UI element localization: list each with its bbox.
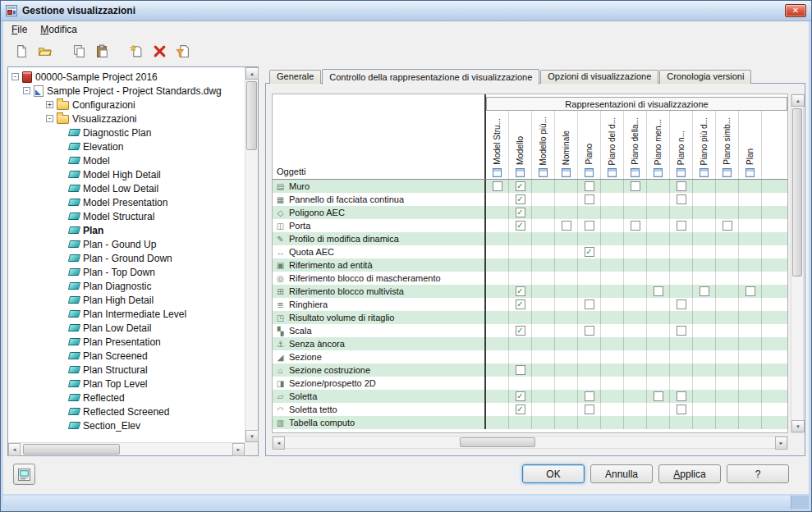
- scroll-down-arrow[interactable]: [791, 420, 805, 432]
- representation-cell[interactable]: [509, 193, 532, 206]
- representation-cell[interactable]: [601, 245, 624, 258]
- representation-cell[interactable]: [532, 245, 555, 258]
- tree-item-plan-presentation[interactable]: Plan Presentation: [8, 335, 245, 349]
- apply-button[interactable]: Applica: [658, 464, 721, 483]
- representation-cell[interactable]: [670, 206, 693, 219]
- tab-cronologia-versioni[interactable]: Cronologia versioni: [659, 70, 751, 84]
- copy-button[interactable]: [69, 41, 89, 61]
- representation-cell[interactable]: [601, 324, 624, 337]
- representation-cell[interactable]: [647, 403, 670, 416]
- representation-cell[interactable]: [716, 324, 739, 337]
- representation-cell[interactable]: [509, 206, 532, 219]
- representation-cell[interactable]: [486, 324, 509, 337]
- representation-cell[interactable]: [486, 206, 509, 219]
- representation-cell[interactable]: [555, 416, 578, 429]
- menu-modifica[interactable]: Modifica: [34, 22, 84, 37]
- representation-cell[interactable]: [601, 363, 624, 377]
- tree-item-plan-intermediate-level[interactable]: Plan Intermediate Level: [8, 307, 245, 321]
- tree-horizontal-scrollbar[interactable]: [8, 442, 245, 455]
- representation-cell[interactable]: [601, 180, 624, 193]
- representation-cell[interactable]: [624, 219, 647, 232]
- representation-cell[interactable]: [716, 403, 739, 416]
- representation-cell[interactable]: [670, 311, 693, 324]
- representation-cell[interactable]: [578, 350, 601, 363]
- representation-cell[interactable]: [509, 258, 532, 272]
- table-row-riferimento-blocco-di-mascheramento[interactable]: ◎Riferimento blocco di mascheramento: [273, 272, 787, 285]
- representation-cell[interactable]: [555, 377, 578, 390]
- representation-cell[interactable]: [670, 272, 693, 285]
- representation-cell[interactable]: [739, 258, 762, 272]
- table-row-quota-aec[interactable]: ↔Quota AEC: [273, 245, 787, 258]
- representation-cell[interactable]: [601, 193, 624, 206]
- expander[interactable]: -: [11, 73, 19, 80]
- representation-cell[interactable]: [647, 311, 670, 324]
- title-bar[interactable]: Gestione visualizzazioni ✕: [1, 1, 811, 21]
- display-checkbox[interactable]: [654, 286, 663, 296]
- display-checkbox[interactable]: [585, 405, 594, 414]
- representation-cell[interactable]: [601, 258, 624, 272]
- representation-cell[interactable]: [509, 311, 532, 324]
- tree-item-model[interactable]: Model: [8, 153, 245, 167]
- representation-cell[interactable]: [509, 298, 532, 311]
- tree-item-plan[interactable]: Plan: [8, 223, 245, 237]
- representation-cell[interactable]: [555, 363, 578, 377]
- display-checkbox[interactable]: [516, 208, 525, 217]
- table-row-soletta[interactable]: ▱Soletta: [273, 390, 787, 403]
- display-checkbox[interactable]: [516, 181, 525, 191]
- table-row-riferimento-blocco-multivista[interactable]: ⊞Riferimento blocco multivista: [273, 285, 787, 298]
- representation-cell[interactable]: [716, 232, 739, 245]
- representation-cell[interactable]: [647, 377, 670, 390]
- representation-cell[interactable]: [578, 245, 601, 258]
- representation-cell[interactable]: [532, 377, 555, 390]
- representation-cell[interactable]: [601, 416, 624, 429]
- representation-cell[interactable]: [693, 232, 716, 245]
- representation-cell[interactable]: [555, 206, 578, 219]
- representation-cell[interactable]: [716, 285, 739, 298]
- representation-cell[interactable]: [601, 232, 624, 245]
- representation-cell[interactable]: [555, 350, 578, 363]
- representation-cell[interactable]: [555, 193, 578, 206]
- display-checkbox[interactable]: [516, 221, 525, 231]
- display-checkbox[interactable]: [677, 221, 686, 231]
- scroll-down-arrow[interactable]: [245, 430, 259, 442]
- representation-cell[interactable]: [693, 206, 716, 219]
- representation-cell[interactable]: [624, 180, 647, 193]
- expander[interactable]: -: [46, 115, 53, 122]
- paste-button[interactable]: [92, 41, 112, 61]
- representation-cell[interactable]: [578, 363, 601, 377]
- representation-cell[interactable]: [693, 180, 716, 193]
- tree-item-model-low-detail[interactable]: Model Low Detail: [8, 181, 245, 195]
- representation-cell[interactable]: [624, 377, 647, 390]
- representation-cell[interactable]: [624, 272, 647, 285]
- representation-cell[interactable]: [647, 232, 670, 245]
- table-row-ringhiera[interactable]: ≣Ringhiera: [273, 298, 787, 311]
- representation-cell[interactable]: [647, 206, 670, 219]
- tree-item-plan-low-detail[interactable]: Plan Low Detail: [8, 321, 245, 335]
- representation-cell[interactable]: [578, 272, 601, 285]
- delete-button[interactable]: [149, 41, 169, 61]
- table-row-porta[interactable]: ◫Porta: [273, 219, 787, 232]
- representation-cell[interactable]: [486, 377, 509, 390]
- representation-cell[interactable]: [647, 363, 670, 377]
- representation-cell[interactable]: [532, 232, 555, 245]
- representation-cell[interactable]: [555, 403, 578, 416]
- tab-generale[interactable]: Generale: [269, 70, 321, 84]
- representation-cell[interactable]: [601, 311, 624, 324]
- display-checkbox[interactable]: [585, 247, 594, 257]
- representation-cell[interactable]: [647, 272, 670, 285]
- representation-cell[interactable]: [670, 219, 693, 232]
- display-checkbox[interactable]: [585, 391, 594, 401]
- representation-cell[interactable]: [693, 337, 716, 350]
- representation-cell[interactable]: [532, 219, 555, 232]
- display-checkbox[interactable]: [677, 299, 686, 309]
- representation-cell[interactable]: [693, 403, 716, 416]
- resize-grip[interactable]: [791, 496, 809, 509]
- representation-cell[interactable]: [693, 350, 716, 363]
- menu-file[interactable]: File: [5, 22, 34, 37]
- representation-cell[interactable]: [693, 298, 716, 311]
- representation-cell[interactable]: [509, 350, 532, 363]
- table-row-sezione-costruzione[interactable]: ⌂Sezione costruzione: [273, 363, 787, 377]
- representation-cell[interactable]: [716, 363, 739, 377]
- representation-cell[interactable]: [739, 298, 762, 311]
- representation-cell[interactable]: [647, 258, 670, 272]
